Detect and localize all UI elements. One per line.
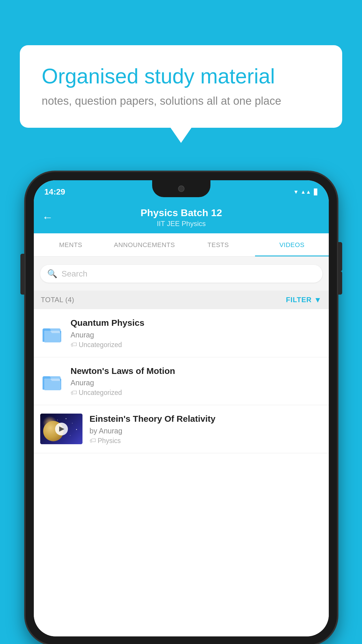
search-container: 🔍 Search — [34, 260, 329, 288]
video-list: Quantum Physics Anurag 🏷 Uncategorized — [34, 309, 329, 636]
tag-label: Uncategorized — [79, 341, 122, 349]
video-author: Anurag — [71, 379, 322, 387]
notch — [152, 180, 210, 197]
back-button[interactable]: ← — [42, 211, 53, 224]
header-subtitle: IIT JEE Physics — [140, 220, 222, 228]
video-author: by Anurag — [89, 427, 322, 435]
header-title: Physics Batch 12 — [140, 207, 222, 218]
tag-icon: 🏷 — [89, 437, 96, 444]
video-info: Quantum Physics Anurag 🏷 Uncategorized — [71, 317, 322, 349]
tab-tests[interactable]: TESTS — [181, 233, 255, 256]
search-bar[interactable]: 🔍 Search — [40, 265, 322, 283]
video-author: Anurag — [71, 331, 322, 339]
video-tag: 🏷 Uncategorized — [71, 341, 322, 349]
phone-mockup: 14:29 ▾ ▲▲ ▊ ← Physics Batch 12 IIT JEE … — [26, 172, 337, 644]
list-item[interactable]: Newton's Laws of Motion Anurag 🏷 Uncateg… — [34, 357, 329, 405]
wifi-icon: ▾ — [294, 188, 298, 196]
total-label: TOTAL (4) — [41, 296, 74, 304]
status-time: 14:29 — [44, 185, 65, 197]
speech-bubble-container: Organised study material notes, question… — [20, 45, 342, 128]
power-button — [338, 271, 342, 295]
video-tag: 🏷 Uncategorized — [71, 389, 322, 397]
app-header: ← Physics Batch 12 IIT JEE Physics — [34, 201, 329, 233]
tab-videos[interactable]: VIDEOS — [255, 233, 329, 256]
folder-icon — [41, 323, 62, 344]
filter-button[interactable]: FILTER ▼ — [286, 295, 322, 304]
tabs-bar: MENTS ANNOUNCEMENTS TESTS VIDEOS — [34, 233, 329, 257]
filter-row: TOTAL (4) FILTER ▼ — [34, 290, 329, 309]
folder-icon-wrap — [40, 369, 64, 393]
play-icon — [59, 426, 64, 432]
play-button[interactable] — [55, 423, 68, 435]
video-title: Einstein's Theory Of Relativity — [89, 413, 322, 424]
tab-ments[interactable]: MENTS — [34, 233, 108, 256]
video-thumbnail — [40, 414, 82, 444]
video-info: Newton's Laws of Motion Anurag 🏷 Uncateg… — [71, 365, 322, 397]
camera-dot — [178, 186, 184, 192]
status-icons: ▾ ▲▲ ▊ — [294, 186, 318, 196]
bubble-title: Organised study material — [42, 64, 320, 88]
header-title-block: Physics Batch 12 IIT JEE Physics — [140, 207, 222, 228]
video-tag: 🏷 Physics — [89, 437, 322, 445]
tag-icon: 🏷 — [71, 389, 77, 397]
battery-icon: ▊ — [314, 188, 318, 195]
tab-announcements[interactable]: ANNOUNCEMENTS — [108, 233, 181, 256]
list-item[interactable]: Quantum Physics Anurag 🏷 Uncategorized — [34, 309, 329, 357]
speech-bubble: Organised study material notes, question… — [20, 45, 342, 128]
search-icon: 🔍 — [47, 269, 57, 279]
folder-icon-wrap — [40, 321, 64, 345]
filter-label: FILTER — [286, 296, 312, 304]
phone-screen: 14:29 ▾ ▲▲ ▊ ← Physics Batch 12 IIT JEE … — [34, 180, 329, 636]
folder-icon — [41, 370, 62, 391]
video-info: Einstein's Theory Of Relativity by Anura… — [89, 413, 322, 445]
signal-icon: ▲▲ — [301, 189, 311, 195]
video-title: Quantum Physics — [71, 317, 322, 328]
filter-funnel-icon: ▼ — [314, 295, 322, 304]
tag-label: Physics — [98, 437, 121, 445]
search-placeholder: Search — [61, 269, 87, 279]
tag-label: Uncategorized — [79, 389, 122, 397]
list-item[interactable]: Einstein's Theory Of Relativity by Anura… — [34, 405, 329, 453]
tag-icon: 🏷 — [71, 341, 77, 349]
video-title: Newton's Laws of Motion — [71, 365, 322, 377]
bubble-subtitle: notes, question papers, solutions all at… — [42, 95, 320, 107]
